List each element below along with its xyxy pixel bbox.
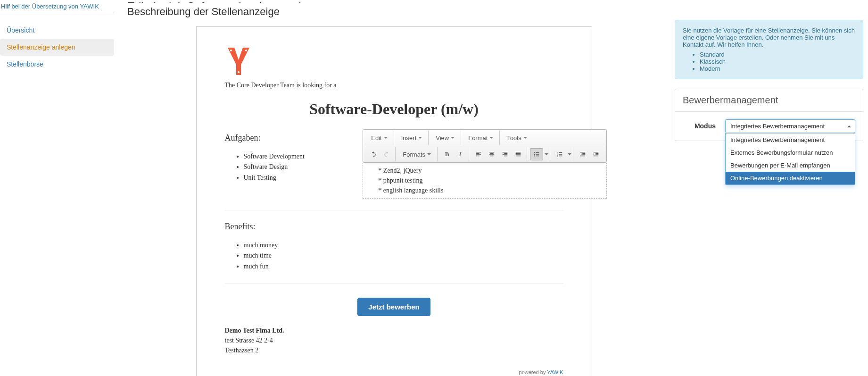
divider	[225, 210, 563, 210]
svg-point-2	[238, 71, 240, 73]
edit-menu[interactable]: Edit	[367, 132, 391, 144]
redo-button[interactable]	[380, 148, 393, 160]
italic-button[interactable]: I	[454, 148, 467, 160]
editor-toolbar: EditInsertViewFormatTools Formats B	[363, 129, 607, 163]
editor-line[interactable]: * phpunit testing	[378, 175, 602, 185]
main: Edit the job Software developer m/w Besc…	[118, 0, 670, 376]
list-item: Software Development	[244, 151, 354, 162]
nav-item[interactable]: Stellenbörse	[0, 56, 114, 73]
section-title: Beschreibung der Stellenanzeige	[127, 6, 661, 18]
panel-bewerbermanagement: Bewerbermanagement Modus Integriertes Be…	[675, 89, 863, 141]
bullet-list-button[interactable]	[530, 148, 543, 160]
team-line: The Core Developer Team is looking for a	[225, 82, 563, 89]
svg-point-1	[245, 50, 247, 51]
modus-label: Modus	[683, 119, 716, 130]
logo	[225, 46, 251, 77]
align-right-button[interactable]	[498, 148, 512, 160]
panel-title: Bewerbermanagement	[675, 89, 863, 111]
list-item: much time	[244, 251, 563, 261]
company-name: Demo Test Fima Ltd.	[225, 326, 563, 335]
editor-line[interactable]: * Zend2, jQuery	[378, 166, 602, 175]
benefits-heading: Benefits:	[225, 222, 563, 232]
align-justify-button[interactable]	[512, 148, 525, 160]
svg-point-4	[534, 154, 535, 155]
indent-button[interactable]	[589, 148, 603, 160]
undo-button[interactable]	[367, 148, 380, 160]
tasks-list: Software DevelopmentSoftware DesignUnit …	[225, 151, 354, 183]
job-title: Software-Developer (m/w)	[225, 100, 563, 118]
sidebar: Hilf bei der Übersetzung von YAWIK Übers…	[0, 0, 118, 376]
divider	[225, 283, 563, 284]
nav-item[interactable]: Übersicht	[0, 22, 114, 39]
company-address-2: Testhazsen 2	[225, 345, 563, 355]
powered-by: powered by YAWIK	[225, 369, 563, 375]
outdent-button[interactable]	[576, 148, 589, 160]
modus-dropdown: Integriertes BewerbermanagementExternes …	[725, 133, 855, 185]
svg-point-3	[534, 152, 535, 153]
apply-button[interactable]: Jetzt bewerben	[357, 298, 430, 316]
template-link[interactable]: Standard	[700, 51, 725, 58]
formats-button[interactable]: Formats	[398, 148, 435, 160]
numbered-list-button[interactable]: 123	[553, 148, 566, 160]
template-link[interactable]: Klassisch	[700, 58, 726, 65]
svg-point-5	[534, 155, 535, 156]
list-item: much fun	[244, 261, 563, 272]
list-item: Unit Testing	[244, 173, 354, 183]
nav: ÜbersichtStellenanzeige anlegenStellenbö…	[0, 22, 114, 73]
numbered-list-caret[interactable]	[566, 148, 571, 160]
tasks-heading: Aufgaben:	[225, 133, 354, 143]
modus-option[interactable]: Integriertes Bewerbermanagement	[726, 134, 855, 146]
benefits-list: much moneymuch timemuch fun	[225, 240, 563, 272]
modus-option[interactable]: Online-Bewerbungen deaktivieren	[726, 172, 855, 184]
powered-link[interactable]: YAWIK	[547, 369, 563, 375]
page-title-cut: Edit the job Software developer m/w	[127, 0, 661, 3]
company-address-1: test Strasse 42 2-4	[225, 335, 563, 345]
editor-line[interactable]: * english language skills	[378, 185, 602, 195]
modus-option[interactable]: Bewerbungen per E-Mail empfangen	[726, 159, 855, 172]
job-frame: The Core Developer Team is looking for a…	[196, 26, 592, 376]
svg-text:3: 3	[557, 155, 558, 157]
editor-content[interactable]: * Zend2, jQuery* phpunit testing* englis…	[363, 163, 607, 199]
nav-item[interactable]: Stellenanzeige anlegen	[0, 39, 114, 56]
modus-select[interactable]: Integriertes Bewerbermanagement	[725, 119, 855, 133]
translate-link[interactable]: Hilf bei der Übersetzung von YAWIK	[0, 2, 114, 13]
bullet-list-caret[interactable]	[543, 148, 548, 160]
list-item: Software Design	[244, 162, 354, 172]
info-text: Sie nutzen die Vorlage für eine Stellena…	[683, 27, 855, 48]
modus-option[interactable]: Externes Bewerbungsformular nutzen	[726, 146, 855, 159]
company-block: Demo Test Fima Ltd. test Strasse 42 2-4 …	[225, 326, 563, 355]
align-left-button[interactable]	[472, 148, 485, 160]
list-item: much money	[244, 240, 563, 251]
svg-point-0	[230, 50, 232, 51]
align-center-button[interactable]	[485, 148, 498, 160]
insert-menu[interactable]: Insert	[397, 132, 427, 144]
format-menu[interactable]: Format	[464, 132, 497, 144]
info-box: Sie nutzen die Vorlage für eine Stellena…	[675, 20, 863, 79]
right-column: Sie nutzen die Vorlage für eine Stellena…	[670, 0, 868, 376]
bold-button[interactable]: B	[440, 148, 454, 160]
template-link[interactable]: Modern	[700, 65, 720, 72]
view-menu[interactable]: View	[431, 132, 459, 144]
tools-menu[interactable]: Tools	[503, 132, 531, 144]
